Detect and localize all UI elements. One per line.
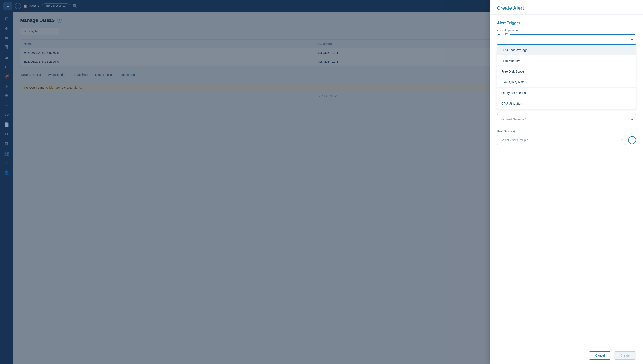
close-icon: × [633, 5, 636, 11]
trigger-dropdown[interactable]: CPU Load Average Free Memory Free Disk S… [497, 34, 636, 45]
severity-dropdown[interactable]: Set alert Severity * Low Medium High Cri… [497, 114, 636, 124]
modal-footer: Cancel Create [490, 347, 643, 364]
trigger-select-container: Trigger * CPU Load Average Free Memory F… [497, 34, 636, 45]
severity-select-container: Set alert Severity * Low Medium High Cri… [497, 114, 636, 124]
modal-close-button[interactable]: × [633, 6, 636, 10]
trigger-dropdown-list: CPU Load Average Free Memory Free Disk S… [497, 45, 636, 109]
user-group-row: Select User Group * ▾ + [497, 135, 636, 145]
modal-title-text: Create Alert [497, 5, 524, 11]
user-groups-section: User Group(s) Select User Group * ▾ + [497, 130, 636, 145]
trigger-float-label: Trigger * [500, 32, 510, 35]
dropdown-item-slow-query[interactable]: Slow Query Rate [497, 77, 636, 88]
add-user-group-button[interactable]: + [628, 136, 636, 144]
dropdown-item-free-memory[interactable]: Free Memory [497, 56, 636, 66]
user-groups-label: User Group(s) [497, 130, 636, 133]
dropdown-item-cpu-util[interactable]: CPU Utilization [497, 98, 636, 109]
dropdown-item-qps[interactable]: Query per second [497, 88, 636, 98]
alert-trigger-type-label: Alert trigger type [497, 29, 636, 32]
alert-trigger-section-title: Alert Trigger [497, 21, 636, 25]
add-icon: + [631, 138, 633, 143]
create-button[interactable]: Create [614, 351, 636, 360]
modal-body: Alert Trigger Alert trigger type Trigger… [490, 15, 643, 347]
severity-section: Set alert Severity * Low Medium High Cri… [497, 114, 636, 124]
modal-header: Create Alert × [490, 0, 643, 15]
dropdown-item-free-disk[interactable]: Free Disk Space [497, 66, 636, 77]
trigger-required-marker: * [509, 32, 510, 35]
user-group-select-container: Select User Group * ▾ [497, 135, 626, 145]
cancel-button[interactable]: Cancel [589, 351, 611, 360]
dropdown-item-cpu-load[interactable]: CPU Load Average [497, 45, 636, 56]
user-group-dropdown[interactable]: Select User Group * [497, 135, 626, 145]
create-alert-modal: Create Alert × Alert Trigger Alert trigg… [490, 0, 643, 364]
